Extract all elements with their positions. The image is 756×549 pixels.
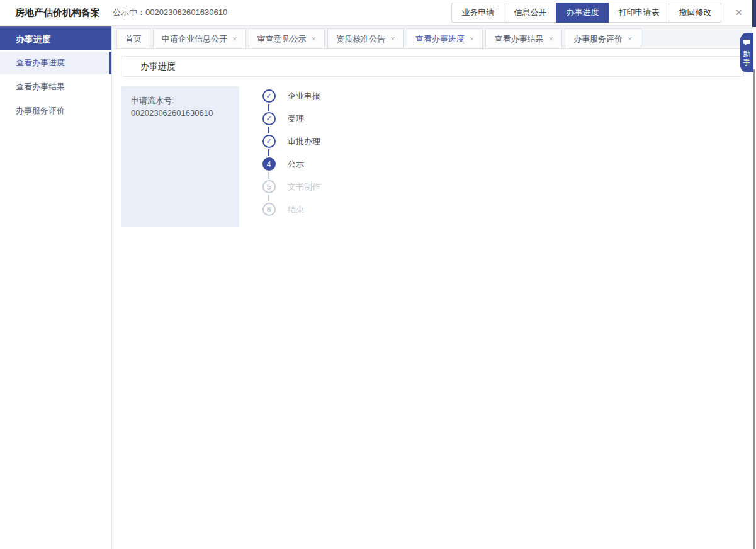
step-rail: 4	[262, 157, 276, 180]
step-rail: 6	[262, 203, 276, 216]
tab-label: 查看办事结果	[494, 33, 543, 45]
tab-close-icon[interactable]: ×	[628, 35, 633, 43]
tab-item[interactable]: 办事服务评价×	[565, 28, 641, 48]
tab-item[interactable]: 审查意见公示×	[249, 28, 325, 48]
tab-item[interactable]: 申请企业信息公开×	[153, 28, 246, 48]
tab-label: 首页	[125, 33, 142, 45]
step-connector	[268, 172, 269, 179]
tab-label: 资质核准公告	[336, 33, 385, 45]
step-label: 审批办理	[288, 135, 320, 157]
step-check-icon: ✓	[262, 112, 276, 125]
edge-scrollbar[interactable]	[753, 69, 755, 549]
main-area: 首页申请企业信息公开×审查意见公示×资质核准公告×查看办事进度×查看办事结果×办…	[113, 26, 752, 549]
progress-steps: ✓企业申报✓受理✓审批办理4公示5文书制作6结束	[262, 86, 320, 227]
step-label: 文书制作	[288, 180, 320, 203]
content: 办事进度 申请流水号: 002023062601630610 ✓企业申报✓受理✓…	[113, 49, 752, 227]
sidebar: 办事进度 查看办事进度查看办事结果办事服务评价	[0, 26, 112, 549]
step-connector	[268, 127, 269, 133]
sidebar-item[interactable]: 办事服务评价	[0, 99, 111, 122]
header-action-button[interactable]: 办事进度	[556, 3, 609, 23]
step-item: 4公示	[262, 157, 320, 180]
tab-close-icon[interactable]: ×	[548, 35, 553, 43]
step-label: 结束	[288, 203, 304, 216]
header-action-button[interactable]: 撤回修改	[669, 3, 721, 23]
step-rail: ✓	[262, 89, 276, 112]
step-item: ✓受理	[262, 112, 320, 135]
tab-item[interactable]: 查看办事结果×	[485, 28, 562, 48]
sidebar-item[interactable]: 查看办事进度	[0, 52, 111, 74]
tab-label: 查看办事进度	[415, 33, 465, 45]
tab-label: 办事服务评价	[573, 33, 623, 45]
step-number: 4	[262, 157, 276, 171]
header-action-button[interactable]: 信息公开	[504, 3, 556, 23]
step-label: 受理	[288, 112, 304, 135]
step-label: 企业申报	[288, 89, 320, 112]
tab-item[interactable]: 首页	[116, 28, 150, 48]
step-rail: ✓	[262, 112, 276, 135]
close-icon[interactable]: ×	[735, 7, 742, 18]
serial-card: 申请流水号: 002023062601630610	[121, 86, 239, 227]
step-item: ✓审批办理	[262, 135, 320, 157]
assistant-button[interactable]: 助手	[740, 33, 753, 72]
step-connector	[268, 149, 269, 156]
tab-item[interactable]: 查看办事进度×	[407, 28, 483, 48]
header-action-group: 业务申请信息公开办事进度打印申请表撤回修改	[451, 3, 721, 23]
panel-title: 办事进度	[121, 56, 744, 77]
tab-close-icon[interactable]: ×	[232, 35, 237, 43]
header-action-button[interactable]: 业务申请	[451, 3, 504, 23]
step-number: 6	[262, 203, 276, 216]
step-item: ✓企业申报	[262, 89, 320, 112]
step-label: 公示	[288, 157, 304, 180]
step-check-icon: ✓	[262, 135, 276, 148]
sidebar-menu: 查看办事进度查看办事结果办事服务评价	[0, 52, 111, 122]
step-rail: 5	[262, 180, 276, 203]
step-number: 5	[262, 180, 276, 193]
tab-item[interactable]: 资质核准公告×	[327, 28, 404, 48]
tab-label: 申请企业信息公开	[162, 33, 227, 45]
page-edge-rail	[752, 0, 756, 549]
step-connector	[268, 195, 269, 201]
step-check-icon: ✓	[262, 89, 276, 103]
status-serial: 002023062601630610	[145, 8, 227, 17]
step-connector	[268, 104, 269, 111]
tab-close-icon[interactable]: ×	[470, 35, 475, 43]
status-label: 公示中：	[113, 8, 145, 17]
tab-bar: 首页申请企业信息公开×审查意见公示×资质核准公告×查看办事进度×查看办事结果×办…	[113, 26, 752, 49]
panel-body: 申请流水号: 002023062601630610 ✓企业申报✓受理✓审批办理4…	[121, 86, 744, 227]
tab-close-icon[interactable]: ×	[390, 35, 395, 43]
step-rail: ✓	[262, 135, 276, 157]
step-item: 5文书制作	[262, 180, 320, 203]
status-text: 公示中：002023062601630610	[113, 7, 227, 18]
page-title: 房地产估价机构备案	[15, 7, 100, 19]
edge-rail-top	[752, 0, 756, 27]
sidebar-item[interactable]: 查看办事结果	[0, 76, 111, 98]
header-action-button[interactable]: 打印申请表	[608, 3, 669, 23]
tab-close-icon[interactable]: ×	[312, 35, 317, 43]
serial-label: 申请流水号:	[131, 94, 229, 107]
tab-label: 审查意见公示	[257, 33, 307, 45]
app-header: 房地产估价机构备案 公示中：002023062601630610 业务申请信息公…	[0, 0, 752, 26]
assistant-label: 助手	[743, 50, 751, 67]
serial-value: 002023062601630610	[131, 107, 229, 120]
sidebar-title: 办事进度	[0, 26, 111, 50]
step-item: 6结束	[262, 203, 320, 216]
chat-bubble-icon	[743, 37, 750, 48]
